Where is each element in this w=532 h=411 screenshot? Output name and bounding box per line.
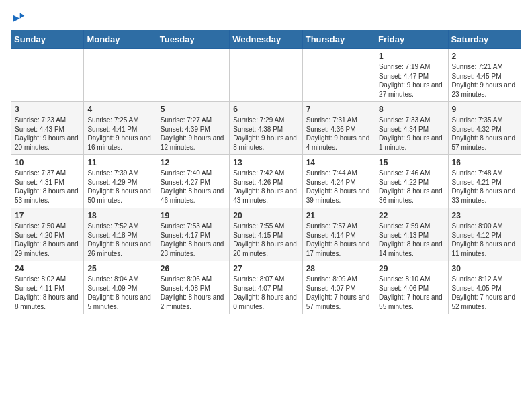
day-number: 3 xyxy=(15,105,80,114)
day-number: 2 xyxy=(452,52,517,61)
col-header-monday: Monday xyxy=(84,30,157,49)
day-number: 21 xyxy=(306,211,371,220)
calendar-day: 3Sunrise: 7:23 AM Sunset: 4:43 PM Daylig… xyxy=(11,102,84,155)
day-info: Sunrise: 7:27 AM Sunset: 4:39 PM Dayligh… xyxy=(161,116,226,152)
day-info: Sunrise: 7:48 AM Sunset: 4:21 PM Dayligh… xyxy=(452,169,517,205)
day-number: 24 xyxy=(15,264,80,273)
day-number: 23 xyxy=(452,211,517,220)
calendar-table: SundayMondayTuesdayWednesdayThursdayFrid… xyxy=(11,30,521,314)
day-info: Sunrise: 8:00 AM Sunset: 4:12 PM Dayligh… xyxy=(452,222,517,258)
day-info: Sunrise: 7:59 AM Sunset: 4:13 PM Dayligh… xyxy=(379,222,444,258)
calendar-day: 11Sunrise: 7:39 AM Sunset: 4:29 PM Dayli… xyxy=(84,155,157,208)
calendar-day: 7Sunrise: 7:31 AM Sunset: 4:36 PM Daylig… xyxy=(302,102,375,155)
logo xyxy=(11,11,26,24)
day-number: 26 xyxy=(161,264,226,273)
col-header-tuesday: Tuesday xyxy=(157,30,229,49)
calendar-day: 6Sunrise: 7:29 AM Sunset: 4:38 PM Daylig… xyxy=(230,102,302,155)
calendar-day: 16Sunrise: 7:48 AM Sunset: 4:21 PM Dayli… xyxy=(448,155,521,208)
calendar-day: 20Sunrise: 7:55 AM Sunset: 4:15 PM Dayli… xyxy=(230,208,302,261)
calendar-week-4: 17Sunrise: 7:50 AM Sunset: 4:20 PM Dayli… xyxy=(11,208,521,261)
col-header-sunday: Sunday xyxy=(11,30,84,49)
calendar-day: 21Sunrise: 7:57 AM Sunset: 4:14 PM Dayli… xyxy=(302,208,375,261)
calendar-day: 2Sunrise: 7:21 AM Sunset: 4:45 PM Daylig… xyxy=(448,49,521,102)
calendar-day: 26Sunrise: 8:06 AM Sunset: 4:08 PM Dayli… xyxy=(157,261,229,314)
day-number: 5 xyxy=(161,105,226,114)
day-number: 22 xyxy=(379,211,444,220)
day-number: 12 xyxy=(161,158,226,167)
calendar-day: 24Sunrise: 8:02 AM Sunset: 4:11 PM Dayli… xyxy=(11,261,84,314)
day-number: 4 xyxy=(87,105,152,114)
day-info: Sunrise: 7:23 AM Sunset: 4:43 PM Dayligh… xyxy=(15,116,80,152)
day-number: 13 xyxy=(233,158,298,167)
calendar-day: 8Sunrise: 7:33 AM Sunset: 4:34 PM Daylig… xyxy=(375,102,448,155)
calendar-day xyxy=(302,49,375,102)
calendar-week-5: 24Sunrise: 8:02 AM Sunset: 4:11 PM Dayli… xyxy=(11,261,521,314)
col-header-saturday: Saturday xyxy=(448,30,521,49)
calendar-day: 13Sunrise: 7:42 AM Sunset: 4:26 PM Dayli… xyxy=(230,155,302,208)
day-info: Sunrise: 8:04 AM Sunset: 4:09 PM Dayligh… xyxy=(87,275,152,311)
day-info: Sunrise: 7:50 AM Sunset: 4:20 PM Dayligh… xyxy=(15,222,80,258)
day-info: Sunrise: 7:42 AM Sunset: 4:26 PM Dayligh… xyxy=(233,169,298,205)
day-info: Sunrise: 8:10 AM Sunset: 4:06 PM Dayligh… xyxy=(379,275,444,311)
calendar-day: 4Sunrise: 7:25 AM Sunset: 4:41 PM Daylig… xyxy=(84,102,157,155)
day-info: Sunrise: 7:55 AM Sunset: 4:15 PM Dayligh… xyxy=(233,222,298,258)
day-info: Sunrise: 7:35 AM Sunset: 4:32 PM Dayligh… xyxy=(452,116,517,152)
day-info: Sunrise: 8:06 AM Sunset: 4:08 PM Dayligh… xyxy=(161,275,226,311)
calendar-week-1: 1Sunrise: 7:19 AM Sunset: 4:47 PM Daylig… xyxy=(11,49,521,102)
calendar-day: 29Sunrise: 8:10 AM Sunset: 4:06 PM Dayli… xyxy=(375,261,448,314)
calendar-day: 22Sunrise: 7:59 AM Sunset: 4:13 PM Dayli… xyxy=(375,208,448,261)
calendar-day xyxy=(11,49,84,102)
day-info: Sunrise: 7:31 AM Sunset: 4:36 PM Dayligh… xyxy=(306,116,371,152)
col-header-wednesday: Wednesday xyxy=(230,30,302,49)
calendar-day: 1Sunrise: 7:19 AM Sunset: 4:47 PM Daylig… xyxy=(375,49,448,102)
calendar-day: 23Sunrise: 8:00 AM Sunset: 4:12 PM Dayli… xyxy=(448,208,521,261)
day-info: Sunrise: 8:07 AM Sunset: 4:07 PM Dayligh… xyxy=(233,275,298,311)
calendar-day: 12Sunrise: 7:40 AM Sunset: 4:27 PM Dayli… xyxy=(157,155,229,208)
day-number: 10 xyxy=(15,158,80,167)
calendar-header-row: SundayMondayTuesdayWednesdayThursdayFrid… xyxy=(11,30,521,49)
day-info: Sunrise: 7:52 AM Sunset: 4:18 PM Dayligh… xyxy=(87,222,152,258)
calendar-day: 9Sunrise: 7:35 AM Sunset: 4:32 PM Daylig… xyxy=(448,102,521,155)
calendar-day: 5Sunrise: 7:27 AM Sunset: 4:39 PM Daylig… xyxy=(157,102,229,155)
col-header-thursday: Thursday xyxy=(302,30,375,49)
svg-marker-0 xyxy=(13,13,20,21)
day-number: 9 xyxy=(452,105,517,114)
day-info: Sunrise: 7:37 AM Sunset: 4:31 PM Dayligh… xyxy=(15,169,80,205)
day-number: 27 xyxy=(233,264,298,273)
calendar-week-3: 10Sunrise: 7:37 AM Sunset: 4:31 PM Dayli… xyxy=(11,155,521,208)
day-number: 18 xyxy=(87,211,152,220)
day-info: Sunrise: 7:40 AM Sunset: 4:27 PM Dayligh… xyxy=(161,169,226,205)
day-number: 29 xyxy=(379,264,444,273)
calendar-day: 30Sunrise: 8:12 AM Sunset: 4:05 PM Dayli… xyxy=(448,261,521,314)
day-info: Sunrise: 7:21 AM Sunset: 4:45 PM Dayligh… xyxy=(452,62,517,99)
day-number: 28 xyxy=(306,264,371,273)
calendar-day xyxy=(230,49,302,102)
day-info: Sunrise: 7:53 AM Sunset: 4:17 PM Dayligh… xyxy=(161,222,226,258)
day-info: Sunrise: 8:09 AM Sunset: 4:07 PM Dayligh… xyxy=(306,275,371,311)
page-header xyxy=(11,11,521,24)
day-info: Sunrise: 8:12 AM Sunset: 4:05 PM Dayligh… xyxy=(452,275,517,311)
day-number: 6 xyxy=(233,105,298,114)
calendar-day: 27Sunrise: 8:07 AM Sunset: 4:07 PM Dayli… xyxy=(230,261,302,314)
calendar-day: 19Sunrise: 7:53 AM Sunset: 4:17 PM Dayli… xyxy=(157,208,229,261)
day-number: 17 xyxy=(15,211,80,220)
day-number: 11 xyxy=(87,158,152,167)
day-number: 30 xyxy=(452,264,517,273)
day-number: 25 xyxy=(87,264,152,273)
day-number: 8 xyxy=(379,105,444,114)
day-info: Sunrise: 7:46 AM Sunset: 4:22 PM Dayligh… xyxy=(379,169,444,205)
day-info: Sunrise: 7:33 AM Sunset: 4:34 PM Dayligh… xyxy=(379,116,444,152)
day-info: Sunrise: 7:57 AM Sunset: 4:14 PM Dayligh… xyxy=(306,222,371,258)
calendar-day: 28Sunrise: 8:09 AM Sunset: 4:07 PM Dayli… xyxy=(302,261,375,314)
day-info: Sunrise: 7:19 AM Sunset: 4:47 PM Dayligh… xyxy=(379,62,444,99)
calendar-day: 10Sunrise: 7:37 AM Sunset: 4:31 PM Dayli… xyxy=(11,155,84,208)
day-number: 14 xyxy=(306,158,371,167)
calendar-day: 18Sunrise: 7:52 AM Sunset: 4:18 PM Dayli… xyxy=(84,208,157,261)
day-number: 15 xyxy=(379,158,444,167)
col-header-friday: Friday xyxy=(375,30,448,49)
calendar-day: 14Sunrise: 7:44 AM Sunset: 4:24 PM Dayli… xyxy=(302,155,375,208)
calendar-day: 17Sunrise: 7:50 AM Sunset: 4:20 PM Dayli… xyxy=(11,208,84,261)
day-number: 1 xyxy=(379,52,444,61)
day-info: Sunrise: 7:25 AM Sunset: 4:41 PM Dayligh… xyxy=(87,116,152,152)
day-number: 16 xyxy=(452,158,517,167)
